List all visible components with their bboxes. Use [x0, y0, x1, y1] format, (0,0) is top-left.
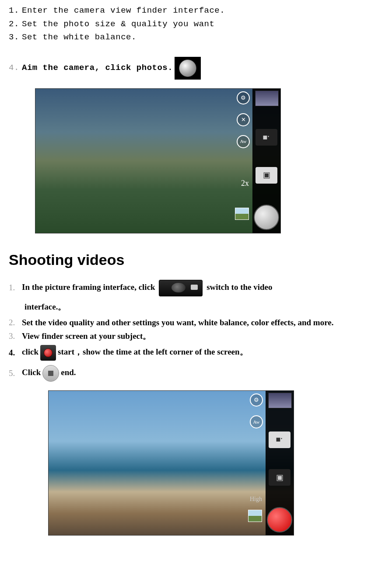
auto-wb-icon: Aw: [237, 135, 250, 148]
step-item: 2. Set the photo size & quality you want: [9, 18, 369, 31]
last-photo-thumb: [268, 393, 292, 408]
step-text: Set the white balance.: [22, 31, 136, 44]
gallery-thumb-icon: [235, 208, 249, 220]
photo-mode-icon: ▣: [269, 469, 290, 486]
photo-steps-list: 1. Enter the camera view finder interfac…: [9, 4, 369, 80]
step-item: 2. Set the video quality and other setti…: [9, 317, 369, 329]
step-number: 3.: [9, 330, 22, 343]
step-number: 3.: [9, 31, 22, 44]
step-item: 4. Aim the camera, click photos.: [9, 57, 369, 80]
step-number: 1.: [9, 4, 22, 17]
step-text-part: switch to the video: [206, 282, 272, 292]
step-text-part: Click: [22, 368, 41, 377]
mode-switch-icon: [159, 280, 203, 296]
step-text: interface.。: [24, 301, 66, 313]
step-text: clickstart，show the time at the left cor…: [22, 345, 248, 361]
step-number: 2.: [9, 317, 22, 329]
step-text: Aim the camera, click photos.: [22, 62, 173, 74]
preview-setting-icons: ⚙ Aw: [250, 393, 263, 428]
auto-wb-icon: Aw: [250, 415, 263, 428]
step-number: 4.: [9, 62, 22, 74]
video-steps-list: 1. In the picture framing interface, cli…: [9, 280, 369, 382]
camera-right-rail: ■ˑ ▣: [252, 89, 280, 233]
step-number: 1.: [9, 282, 22, 294]
shutter-icon: [175, 57, 201, 80]
step-text: View finder screen at your subject。: [22, 330, 151, 343]
record-button-icon: [267, 507, 292, 532]
step-item: 3. View finder screen at your subject。: [9, 330, 369, 343]
camera-preview-video: ⚙ Aw High ■ˑ ▣: [48, 390, 294, 536]
video-mode-icon: ■ˑ: [256, 129, 277, 146]
photo-mode-icon: ▣: [256, 167, 277, 184]
section-heading: Shooting videos: [9, 249, 369, 271]
shutter-button-icon: [254, 205, 279, 230]
step-text-part: end.: [61, 368, 76, 377]
step-item: 1. In the picture framing interface, cli…: [9, 280, 369, 296]
step-item: 1. Enter the camera view finder interfac…: [9, 4, 369, 17]
gallery-thumb-icon: [248, 510, 262, 522]
camera-preview-photo: ⚙ ✕ Aw 2x ■ˑ ▣: [35, 88, 281, 233]
step-item-cont: interface.。: [9, 301, 369, 313]
step-text: Set the photo size & quality you want: [22, 18, 214, 31]
close-x-icon: ✕: [237, 113, 250, 126]
step-text-part: In the picture framing interface, click: [22, 282, 157, 292]
step-number: 2.: [9, 18, 22, 31]
step-text: Enter the camera view finder interface.: [22, 4, 225, 17]
zoom-label: 2x: [241, 177, 249, 189]
step-item: 5. Clickend.: [9, 365, 369, 382]
step-text-part: click: [22, 347, 38, 356]
video-mode-icon: ■ˑ: [269, 431, 290, 448]
step-text: Set the video quality and other settings…: [22, 317, 333, 329]
step-text-part: start，show the time at the left corner o…: [58, 347, 248, 356]
step-number: 4.: [9, 347, 22, 359]
step-item: 3. Set the white balance.: [9, 31, 369, 44]
step-text: Clickend.: [22, 365, 76, 382]
last-photo-thumb: [255, 90, 279, 106]
quality-label: High: [250, 494, 262, 504]
step-number: 5.: [9, 367, 22, 380]
step-text: In the picture framing interface, click …: [22, 280, 273, 296]
preview-setting-icons: ⚙ ✕ Aw: [237, 91, 250, 148]
settings-gear-icon: ⚙: [237, 91, 250, 104]
stop-icon: [42, 365, 59, 382]
settings-gear-icon: ⚙: [250, 393, 263, 407]
camera-right-rail: ■ˑ ▣: [266, 391, 294, 535]
record-icon: [40, 345, 56, 361]
step-item: 4. clickstart，show the time at the left …: [9, 345, 369, 361]
